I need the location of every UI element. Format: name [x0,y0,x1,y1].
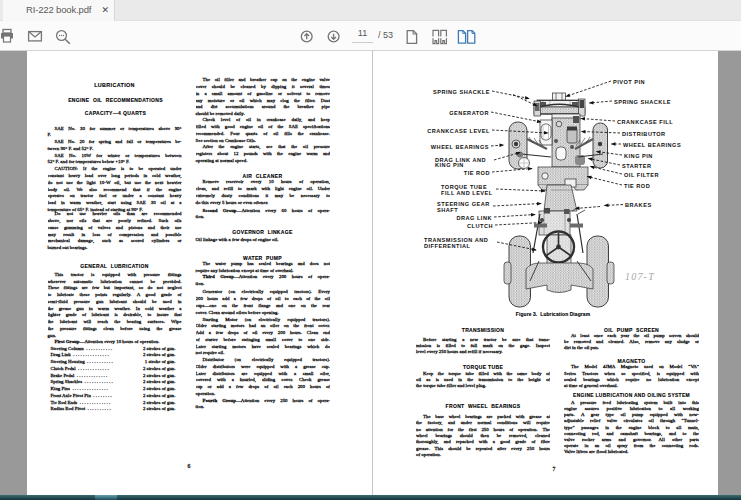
svg-text:KING PIN: KING PIN [435,162,464,168]
svg-text:DRAG LINK: DRAG LINK [456,215,492,221]
svg-text:SHAFT: SHAFT [437,207,458,213]
svg-text:WHEEL BEARINGS: WHEEL BEARINGS [623,142,681,148]
svg-text:DIFFERENTIAL: DIFFERENTIAL [424,243,470,249]
svg-text:TIE ROD: TIE ROD [624,183,650,189]
svg-text:FILL AND LEVEL: FILL AND LEVEL [441,190,493,196]
svg-text:CRANKCASE LEVEL: CRANKCASE LEVEL [427,128,490,134]
svg-text:GENERATOR: GENERATOR [449,110,489,116]
svg-text:KING PIN: KING PIN [624,153,653,159]
svg-text:WHEEL BEARINGS: WHEEL BEARINGS [431,144,489,150]
svg-text:107-T: 107-T [625,271,655,282]
svg-text:BRAKES: BRAKES [625,202,652,208]
svg-text:CRANKCASE FILL: CRANKCASE FILL [617,119,673,125]
svg-text:PIVOT PIN: PIVOT PIN [613,79,645,85]
svg-text:STARTER: STARTER [622,163,652,169]
svg-text:DISTRIBUTOR: DISTRIBUTOR [622,131,666,137]
svg-text:TIE ROD: TIE ROD [464,170,490,176]
svg-text:SPRING SHACKLE: SPRING SHACKLE [433,89,490,95]
svg-text:SPRING SHACKLE: SPRING SHACKLE [614,99,671,105]
svg-text:CLUTCH: CLUTCH [467,223,493,229]
svg-text:OIL FILTER: OIL FILTER [624,172,659,178]
